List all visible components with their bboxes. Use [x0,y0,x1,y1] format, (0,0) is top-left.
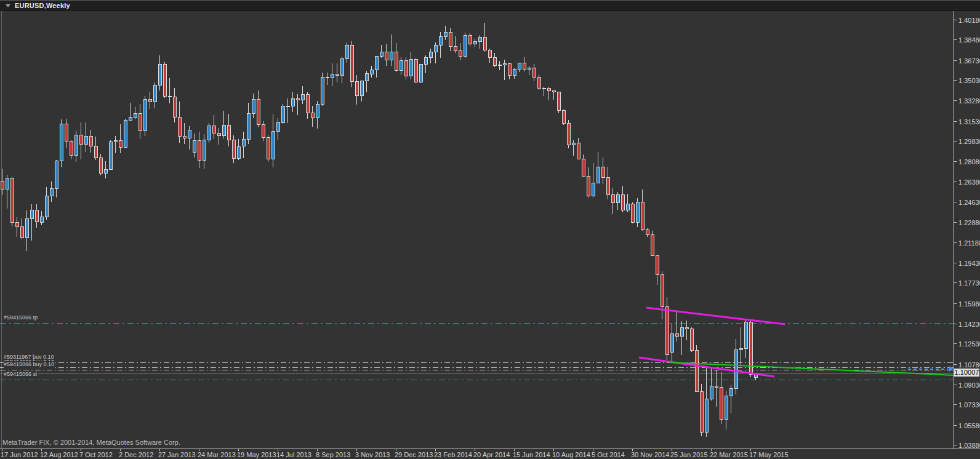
date-tick-label: 27 Jan 2013 [158,451,196,458]
order-label-buy3[interactable]: #59415066 buy 0.10 [4,361,55,368]
candle-body [557,92,560,111]
price-tick-label: 1.33280 [958,97,980,105]
candle [744,319,747,358]
candle [1,169,4,196]
date-tick-label: 17 May 2015 [749,451,789,458]
candle-body [163,64,166,97]
candle [710,367,713,401]
price-tick-label: 1.28080 [958,158,980,166]
candle [70,140,73,159]
price-tick-label: 1.21180 [958,239,980,247]
candle [79,122,82,159]
chart-title-bar[interactable]: EURUSD,Weekly [0,0,980,11]
price-chart-canvas[interactable]: 1.401801.384801.367301.350301.332801.315… [0,0,980,459]
candle-body [139,114,142,131]
candle [291,92,294,112]
candle [360,81,363,102]
candle-body [375,57,378,70]
candle [670,324,673,362]
candle [124,119,127,148]
candle [449,28,452,51]
candle-body [395,52,398,70]
candle [370,66,373,78]
candle [301,86,304,104]
price-tick-label: 1.03880 [958,442,980,449]
candle-body [89,137,92,146]
candle-body [222,126,225,135]
order-label-tp[interactable]: #59415066 tp [4,314,39,321]
candle-body [173,97,176,117]
date-tick-label: 10 Aug 2014 [552,451,590,458]
chart-window: EURUSD,Weekly 1.401801.384801.367301.350… [0,0,980,459]
candle-body [291,99,294,106]
candle [281,104,284,123]
candle [114,136,117,154]
candle-body [547,88,550,91]
candle [15,217,18,237]
candle [414,58,417,83]
candle-body [518,63,521,70]
candle-body [143,99,147,131]
candle-body [60,124,63,161]
candle-body [537,78,540,89]
candle-body [198,140,201,160]
candle [380,45,383,58]
candle-body [562,111,565,124]
candle [6,175,9,208]
candle [148,92,151,109]
candle [690,327,693,351]
candle [158,55,161,90]
candle-body [542,88,545,89]
candle-body [592,183,595,196]
candle [109,140,112,170]
candle [572,140,575,155]
candle-body [670,334,673,352]
candle-body [656,256,659,275]
candle [513,68,516,79]
candle [129,103,132,121]
candle-body [400,60,403,70]
price-tick-label: 1.35030 [958,77,980,84]
candle-body [355,82,358,96]
candle-body [582,159,585,176]
candle-body [321,78,324,105]
candle [50,182,53,202]
candle [518,63,521,72]
date-tick-label: 3 Nov 2013 [355,451,390,458]
candle-body [488,50,491,58]
candle [232,135,235,163]
candle-body [168,97,171,97]
candle-body [20,227,23,238]
candle-body [331,74,334,78]
candle-body [454,46,457,50]
candle [173,88,176,122]
candle [587,167,590,198]
candle [178,102,181,143]
candle-body [237,146,240,158]
candle [10,177,14,226]
candle-body [301,94,304,100]
candle-body [641,202,644,230]
candle-body [70,142,73,156]
candle [665,297,669,360]
candle [454,36,457,53]
candle [168,78,171,103]
candle [316,101,319,129]
date-tick-label: 22 Mar 2015 [710,451,748,458]
candle-body [178,117,181,137]
order-label-sl[interactable]: #59415066 sl [4,371,38,378]
candle [390,34,393,66]
candle-body [380,52,383,57]
candle-body [65,124,68,141]
candle-body [217,134,220,136]
candle [488,49,491,63]
candle-body [725,396,728,420]
candle-body [710,386,713,399]
candle-body [79,135,82,145]
candle-body [212,126,215,134]
candle-body [335,74,339,76]
price-tick-label: 1.22880 [958,219,980,226]
candle [286,98,289,123]
collapse-triangle-icon[interactable] [6,4,10,7]
candle [35,204,38,228]
